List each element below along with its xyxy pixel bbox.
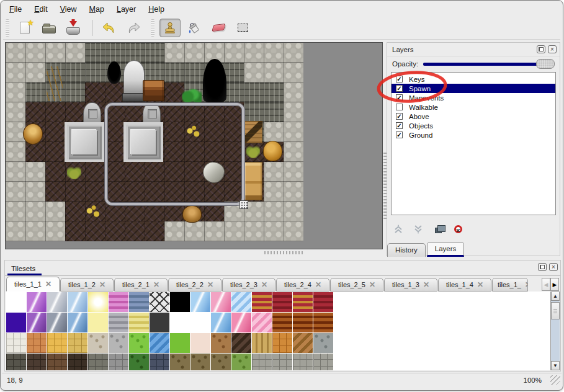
tileset-tile[interactable] — [129, 333, 149, 353]
map-tile[interactable] — [45, 221, 65, 241]
map-tile[interactable] — [284, 43, 303, 63]
map-tile[interactable] — [25, 182, 45, 202]
tileset-tile[interactable] — [272, 333, 292, 353]
layer-visibility-checkbox[interactable] — [396, 104, 403, 110]
tileset-tile[interactable] — [68, 292, 87, 312]
tileset-tile[interactable] — [293, 313, 313, 332]
map-tile[interactable] — [85, 63, 105, 82]
tileset-tab-tiles_1_[interactable]: tiles_1_✕ — [492, 278, 528, 292]
map-tile[interactable] — [264, 122, 284, 142]
layer-row-spawn[interactable]: ✓Spawn — [392, 84, 555, 93]
dock-tab-history[interactable]: History — [387, 243, 426, 257]
map-tile[interactable] — [25, 221, 45, 241]
tileset-tile[interactable] — [150, 354, 169, 370]
map-tile[interactable] — [85, 43, 105, 63]
layer-visibility-checkbox[interactable]: ✓ — [396, 131, 403, 138]
save-file-button[interactable] — [63, 19, 84, 37]
dock-tab-layers[interactable]: Layers — [427, 242, 465, 257]
map-tile[interactable] — [6, 221, 25, 241]
tileset-tile[interactable] — [170, 313, 190, 332]
map-tile[interactable] — [25, 82, 45, 102]
tileset-tile[interactable] — [272, 354, 292, 370]
close-tab-icon[interactable]: ✕ — [477, 280, 483, 289]
map-tile[interactable] — [224, 82, 244, 102]
map-tile[interactable] — [264, 221, 284, 241]
map-tile[interactable] — [244, 221, 264, 241]
tileset-tile[interactable] — [68, 354, 87, 370]
map-tile[interactable] — [6, 43, 25, 63]
map-tile[interactable] — [65, 82, 85, 102]
selection-resize-handle[interactable] — [239, 200, 248, 209]
map-tile[interactable] — [45, 202, 65, 221]
tileset-tile[interactable] — [231, 333, 251, 353]
map-tile[interactable] — [284, 182, 303, 202]
tileset-tile[interactable] — [272, 313, 292, 332]
map-tile[interactable] — [284, 102, 303, 122]
map-tile[interactable] — [164, 63, 184, 82]
tileset-tile[interactable] — [68, 313, 87, 332]
menu-layer[interactable]: Layer — [113, 3, 142, 16]
tileset-tile[interactable] — [150, 313, 169, 332]
tileset-tab-tiles_1_4[interactable]: tiles_1_4✕ — [438, 278, 491, 292]
close-tab-icon[interactable]: ✕ — [369, 280, 375, 289]
tileset-tile[interactable] — [88, 292, 108, 312]
map-tile[interactable] — [284, 202, 303, 221]
map-tile[interactable] — [264, 102, 284, 122]
map-canvas[interactable] — [5, 42, 383, 249]
tileset-tile[interactable] — [190, 292, 210, 312]
tileset-tile[interactable] — [6, 292, 26, 312]
tileset-tile[interactable] — [293, 292, 313, 312]
map-tile[interactable] — [25, 43, 45, 63]
open-file-button[interactable] — [38, 19, 60, 37]
map-tile[interactable] — [85, 82, 105, 102]
map-tile[interactable] — [145, 43, 164, 63]
map-tile[interactable] — [6, 63, 25, 82]
map-tile[interactable] — [264, 82, 284, 102]
tileset-tile[interactable] — [211, 333, 231, 353]
tileset-tile[interactable] — [47, 354, 67, 370]
tileset-tile[interactable] — [313, 292, 333, 312]
map-tile[interactable] — [45, 102, 65, 122]
opacity-slider-handle[interactable] — [536, 59, 555, 69]
layer-visibility-checkbox[interactable]: ✓ — [396, 76, 403, 82]
map-tile[interactable] — [224, 221, 244, 241]
horizontal-splitter-grip[interactable] — [264, 251, 303, 254]
rect-select-tool-button[interactable] — [232, 19, 253, 37]
toolbar-grip[interactable] — [151, 19, 154, 37]
scroll-tabs-left-button[interactable]: ◀ — [542, 278, 550, 291]
tileset-tile[interactable] — [231, 313, 251, 332]
map-tile[interactable] — [264, 202, 284, 221]
map-tile[interactable] — [244, 102, 264, 122]
new-file-button[interactable]: ★ — [14, 19, 35, 37]
map-tile[interactable] — [85, 221, 105, 241]
map-tile[interactable] — [264, 63, 284, 82]
layer-row-walkable[interactable]: Walkable — [392, 102, 555, 112]
tileset-tile[interactable] — [170, 354, 190, 370]
layer-visibility-checkbox[interactable]: ✓ — [396, 94, 403, 101]
tileset-tab-tiles_1_3[interactable]: tiles_1_3✕ — [384, 278, 437, 292]
tileset-tile[interactable] — [211, 354, 231, 370]
map-tile[interactable] — [284, 162, 303, 182]
scroll-up-button[interactable]: ▲ — [551, 292, 560, 301]
map-tile[interactable] — [244, 43, 264, 63]
menu-map[interactable]: Map — [86, 3, 110, 16]
tileset-tile[interactable] — [88, 333, 108, 353]
close-tab-icon[interactable]: ✕ — [45, 280, 51, 288]
map-tile[interactable] — [184, 221, 204, 241]
map-tile[interactable] — [184, 63, 204, 82]
map-tile[interactable] — [6, 162, 25, 182]
map-tile[interactable] — [224, 43, 244, 63]
tileset-tile[interactable] — [129, 354, 149, 370]
map-tile[interactable] — [25, 162, 45, 182]
map-tile[interactable] — [6, 82, 25, 102]
tileset-tile[interactable] — [190, 313, 210, 332]
tileset-tile[interactable] — [129, 292, 149, 312]
duplicate-layer-button[interactable] — [432, 223, 444, 235]
tileset-tile[interactable] — [231, 354, 251, 370]
map-tile[interactable] — [264, 182, 284, 202]
tileset-tile[interactable] — [150, 292, 169, 312]
tileset-tile[interactable] — [88, 354, 108, 370]
tile-map[interactable] — [6, 43, 303, 241]
map-tile[interactable] — [204, 221, 224, 241]
map-tile[interactable] — [25, 142, 45, 162]
